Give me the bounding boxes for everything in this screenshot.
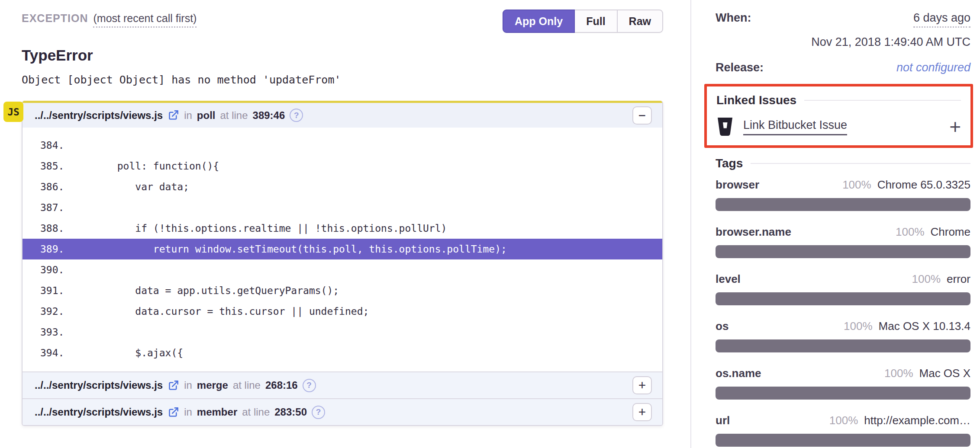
call-order-tooltip[interactable]: (most recent call first)	[93, 12, 197, 28]
tag-distribution-bar	[716, 387, 970, 400]
section-rule	[751, 163, 970, 164]
frame-function: member	[197, 406, 237, 418]
code-line: 392. data.cursor = this.cursor || undefi…	[23, 301, 662, 322]
tag-distribution-bar	[716, 245, 970, 258]
expand-frame-button[interactable]: +	[632, 376, 652, 394]
tag-distribution-bar	[716, 434, 970, 447]
in-label: in	[184, 379, 192, 391]
external-link-icon[interactable]	[168, 406, 179, 418]
error-message: Object [object Object] has no method 'up…	[22, 74, 663, 86]
tag-row-level: level 100% error	[716, 272, 970, 305]
collapse-frame-button[interactable]: −	[632, 106, 652, 125]
section-rule	[804, 100, 961, 101]
event-sidebar: When: 6 days ago Nov 21, 2018 1:49:40 AM…	[691, 0, 980, 448]
tag-value: Mac OS X	[919, 367, 970, 380]
tag-key: url	[716, 414, 730, 427]
issue-detail-page: EXCEPTION (most recent call first) App O…	[0, 0, 980, 448]
frame-merge-header[interactable]: ../../sentry/scripts/views.js in merge a…	[23, 371, 662, 398]
toggle-app-only-button[interactable]: App Only	[503, 10, 575, 33]
tag-key: os.name	[716, 367, 761, 380]
external-link-icon[interactable]	[168, 380, 179, 391]
link-bitbucket-row: Link Bitbucket Issue +	[716, 117, 961, 137]
tag-distribution-bar	[716, 339, 970, 352]
tags-header: Tags	[716, 157, 970, 170]
frame-line-number: 283:50	[274, 406, 307, 418]
frame-function: poll	[197, 109, 216, 122]
tag-row-os-name: os.name 100% Mac OS X	[716, 367, 970, 400]
frame-function: merge	[197, 379, 228, 391]
code-line-highlighted: 389. return window.setTimeout(this.poll,…	[23, 239, 662, 259]
linked-issues-title: Linked Issues	[716, 93, 796, 107]
stacktrace-view-toggle: App Only Full Raw	[503, 10, 663, 33]
tag-percent: 100%	[912, 272, 941, 286]
tag-percent: 100%	[844, 320, 873, 333]
external-link-icon[interactable]	[168, 109, 179, 121]
panel-divider	[690, 0, 691, 448]
tag-key: level	[716, 272, 741, 286]
in-label: in	[184, 406, 192, 418]
frame-line-number: 268:16	[265, 379, 298, 391]
code-line: 394. $.ajax({	[23, 342, 662, 363]
code-line: 391. data = app.utils.getQueryParams();	[23, 280, 662, 301]
tag-percent: 100%	[842, 178, 871, 192]
tag-value: Mac OS X 10.13.4	[879, 320, 970, 333]
toggle-full-button[interactable]: Full	[575, 10, 617, 33]
linked-issues-highlight-box: Linked Issues Link Bitbucket Issue +	[704, 84, 973, 148]
tag-percent: 100%	[884, 367, 913, 380]
tag-list: browser 100% Chrome 65.0.3325 browser.na…	[716, 178, 970, 447]
tag-percent: 100%	[829, 414, 858, 427]
tag-row-url: url 100% http://example.com…	[716, 414, 970, 447]
code-line: 388. if (!this.options.realtime || !this…	[23, 218, 662, 239]
tag-value: error	[947, 272, 970, 286]
link-bitbucket-issue-link[interactable]: Link Bitbucket Issue	[743, 118, 847, 135]
tag-value: Chrome	[931, 225, 970, 239]
when-absolute-time: Nov 21, 2018 1:49:40 AM UTC	[716, 35, 970, 49]
platform-js-badge: JS	[3, 102, 23, 122]
at-line-label: at line	[233, 379, 261, 391]
tags-title: Tags	[716, 157, 743, 170]
frame-file-path: ../../sentry/scripts/views.js	[35, 379, 163, 391]
release-label: Release:	[716, 61, 764, 74]
code-context: 384. 385. poll: function(){ 386. var dat…	[23, 128, 662, 371]
at-line-label: at line	[242, 406, 270, 418]
tag-row-browser: browser 100% Chrome 65.0.3325	[716, 178, 970, 211]
tag-value: http://example.com…	[864, 414, 970, 427]
tag-row-os: os 100% Mac OS X 10.13.4	[716, 320, 970, 352]
code-line: 387.	[23, 197, 662, 218]
tag-value: Chrome 65.0.3325	[877, 178, 970, 192]
toggle-raw-button[interactable]: Raw	[618, 10, 663, 33]
tag-key: browser.name	[716, 225, 791, 239]
when-row: When: 6 days ago	[716, 11, 970, 28]
expand-frame-button[interactable]: +	[632, 403, 652, 421]
code-line: 385. poll: function(){	[23, 156, 662, 176]
code-line: 386. var data;	[23, 176, 662, 197]
tag-key: browser	[716, 178, 759, 192]
release-not-configured-link[interactable]: not configured	[896, 61, 970, 74]
in-label: in	[184, 109, 192, 122]
tag-key: os	[716, 320, 729, 333]
frame-file-path: ../../sentry/scripts/views.js	[35, 109, 163, 122]
help-icon[interactable]: ?	[290, 109, 303, 122]
exception-panel: EXCEPTION (most recent call first) App O…	[0, 0, 691, 448]
when-label: When:	[716, 11, 751, 25]
code-line: 390.	[23, 259, 662, 280]
help-icon[interactable]: ?	[312, 406, 325, 419]
release-row: Release: not configured	[716, 61, 970, 74]
frame-member-header[interactable]: ../../sentry/scripts/views.js in member …	[23, 398, 662, 425]
frame-file-path: ../../sentry/scripts/views.js	[35, 406, 163, 418]
tag-percent: 100%	[896, 225, 925, 239]
stacktrace: JS ../../sentry/scripts/views.js in poll…	[22, 101, 663, 426]
linked-issues-header: Linked Issues	[716, 93, 961, 107]
frame-poll-header[interactable]: ../../sentry/scripts/views.js in poll at…	[23, 101, 662, 128]
help-icon[interactable]: ?	[303, 379, 316, 392]
bitbucket-icon	[716, 117, 734, 136]
code-line: 393.	[23, 322, 662, 342]
frame-line-number: 389:46	[253, 109, 285, 122]
tag-distribution-bar	[716, 198, 970, 211]
add-linked-issue-button[interactable]: +	[949, 117, 961, 137]
tag-row-browser-name: browser.name 100% Chrome	[716, 225, 970, 258]
code-line: 384.	[23, 135, 662, 156]
when-relative-time[interactable]: 6 days ago	[913, 11, 970, 28]
exception-title: EXCEPTION	[22, 12, 88, 25]
error-type: TypeError	[22, 47, 663, 64]
